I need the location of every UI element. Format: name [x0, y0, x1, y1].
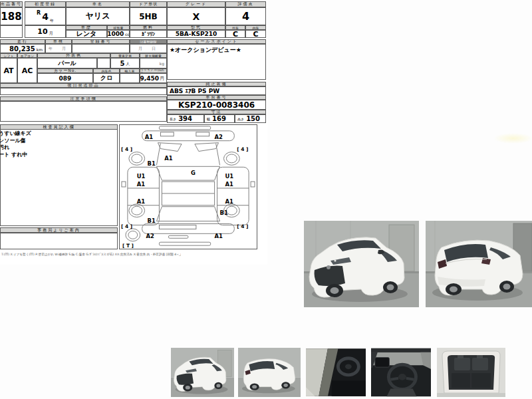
recycle-fee: 9,450円 [140, 73, 167, 83]
capacity: 5人 [110, 58, 140, 68]
tire-marker: [ 4 ] [237, 146, 248, 152]
mileage-header: 走行 [0, 39, 45, 44]
width: 幅169 [204, 114, 235, 123]
damage-marker: B1 [148, 160, 156, 167]
chassis-no: KSP210-0083406 [167, 100, 266, 110]
photo-front-quarter-thumb [171, 348, 234, 397]
interior-grade-header: 内装 [245, 25, 266, 30]
aircon: AC [17, 58, 37, 83]
sales-point: ★オークションデビュー★ [167, 44, 266, 80]
damage-marker: A1 [225, 198, 233, 205]
equipment-header: 純正装備 [167, 82, 266, 86]
damage-marker: A2 [146, 233, 155, 239]
damage-marker: A2 [215, 134, 223, 140]
lot-number-header: 出品番号 [0, 1, 23, 7]
damage-marker: A1 [137, 181, 146, 188]
interior-color-header: 内装色 [93, 68, 120, 73]
tire-marker: [ 4 ] [121, 146, 132, 152]
registration-no-value [72, 44, 130, 53]
damage-code-legend: T:(凹) X:ドアを除く(凹) P:塗装はがれ W:補修跡 S:錆 C:腐食 … [1, 253, 181, 256]
reg-year: 4 [42, 11, 49, 22]
door-type-header: ドア形状 [130, 1, 167, 7]
trunk-svg [437, 348, 505, 397]
photo-rear-quarter-thumb [238, 348, 301, 397]
inspector-note-line: ート すれ中 [0, 152, 117, 159]
exterior-grade: C [225, 30, 245, 38]
dimensions-header: 寸法 [167, 110, 266, 114]
history: レンタ [66, 30, 107, 38]
documents-deadline-header: 諸書類期限 [130, 39, 167, 44]
year-unit: 年 [50, 18, 54, 25]
grade-header: グレード [167, 1, 225, 7]
inspection-header: 車検 [45, 39, 72, 44]
import-header: 輸入車 [120, 68, 140, 73]
payload-header: 最大積載量 [140, 53, 167, 58]
later-parts-value [0, 88, 167, 95]
scan-artifact [493, 133, 532, 144]
color-no: 089 [37, 73, 93, 83]
car-name: ヤリス [66, 7, 130, 25]
spare-tire-marker: [ T ] [122, 243, 134, 249]
damage-marker: A1 [137, 198, 146, 205]
dashboard-svg [371, 348, 431, 397]
aircon-header: エアコン [17, 53, 37, 58]
first-registration-month: 10 月 [25, 25, 66, 38]
cautions-value [0, 101, 167, 122]
interior-grade: C [245, 30, 266, 38]
interior-color: クロ [93, 73, 120, 83]
era-code: R [37, 8, 41, 16]
inspector-notes: うすい線キズ ンソール傷 汚れ ート すれ中 [0, 129, 118, 226]
damage-marker: U1 [225, 173, 233, 180]
damage-marker: A1 [164, 155, 173, 162]
damage-marker: G [191, 170, 196, 176]
shift: AT [0, 58, 17, 83]
documents-deadline-value: 月 日 [130, 44, 167, 53]
damage-marker: A1 [215, 233, 223, 239]
exterior-grade-header: 外装 [225, 25, 245, 30]
damage-diagram: A1 A2 [ 4 ] [ 4 ] A1 B1 G U1 A1 U1 A1 A1… [119, 124, 257, 249]
score-header: 評価点 [225, 1, 266, 7]
color-no-header: カラーNo. [37, 68, 93, 73]
lot-number: 188 [0, 7, 23, 25]
damage-diagram-svg: A1 A2 [ 4 ] [ 4 ] A1 B1 G U1 A1 U1 A1 A1… [120, 124, 257, 249]
front-thumb-svg [171, 348, 234, 397]
damage-markers: A1 A2 [ 4 ] [ 4 ] A1 B1 G U1 A1 U1 A1 A1… [121, 134, 248, 249]
first-registration-year: R 4 年 [25, 7, 66, 25]
damage-marker: U1 [137, 173, 146, 180]
length: 長さ394 [167, 114, 204, 123]
inspection-value: 年 月 [45, 44, 72, 53]
payload: kg [140, 58, 167, 68]
damage-marker: A1 [145, 134, 154, 140]
photo-trunk-open-thumb [437, 348, 505, 397]
chassis-no-header: 車台番号 [167, 95, 266, 100]
photo-rear-quarter-large [426, 221, 532, 307]
rear-quarter-photo-svg [426, 221, 532, 307]
office-info-value [0, 233, 118, 249]
auction-sheet: 出品番号 188 初度登録 R 4 年 10 月 車名 ヤリス 車歴 レンタ 排… [0, 0, 267, 265]
auction-listing-page: 出品番号 188 初度登録 R 4 年 10 月 車名 ヤリス 車歴 レンタ 排… [0, 0, 532, 399]
photo-dashboard-thumb [371, 348, 431, 397]
inspector-note-line: ンソール傷 [0, 138, 117, 145]
damage-marker: B1 [148, 217, 156, 224]
car-name-header: 車名 [66, 1, 130, 7]
displacement: 1000cc [107, 30, 130, 38]
inspector-note-line: 汚れ [0, 144, 117, 152]
capacity-header: 乗車定員 [110, 53, 140, 58]
photo-interior-side-thumb [306, 348, 366, 397]
first-registration-header: 初度登録 [25, 1, 66, 7]
displacement-header: 排気量 [107, 25, 130, 30]
exterior-color-sub-cell [97, 58, 110, 68]
office-info-header: 事務局よりご案内 [0, 227, 118, 233]
later-parts-header: 後日発送部品 [0, 83, 167, 88]
tire-marker: [ 4 ] [237, 223, 248, 229]
rear-thumb-svg [238, 348, 301, 397]
interior-side-svg [306, 348, 366, 397]
auction-score: 4 [225, 7, 266, 25]
exterior-color: パール [37, 58, 97, 68]
photo-front-quarter-large [304, 221, 419, 307]
exterior-color-header: 外装色 [37, 53, 110, 58]
height: 高さ150 [235, 114, 266, 123]
fuel-header: 燃料 [130, 25, 167, 30]
sales-point-header: セールスポイント [167, 39, 266, 44]
damage-marker: B1 [220, 209, 228, 216]
